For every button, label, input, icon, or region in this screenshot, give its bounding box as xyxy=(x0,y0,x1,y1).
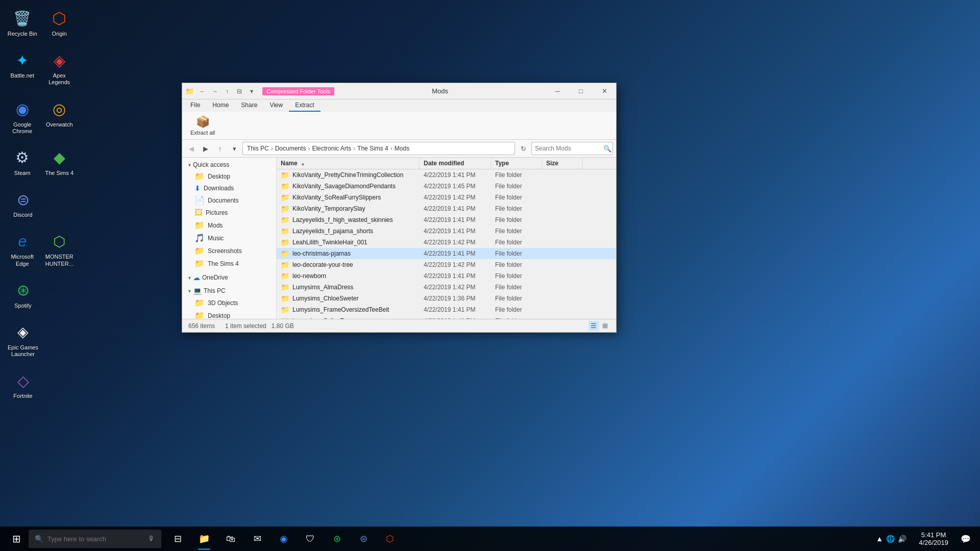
sims4-icon[interactable]: ◆ The Sims 4 xyxy=(42,144,77,180)
sidebar-item-downloads-quick[interactable]: ⬇ Downloads 📌 xyxy=(182,183,276,194)
origin-icon[interactable]: ⬡ Origin xyxy=(42,5,77,40)
qat-forward[interactable]: → xyxy=(209,86,220,97)
table-row[interactable]: 📁 KikoVanity_TemporarySlay 4/22/2019 1:4… xyxy=(277,203,616,214)
epic-games-icon[interactable]: ◈ Epic Games Launcher xyxy=(5,319,41,361)
path-mods[interactable]: Mods xyxy=(395,145,409,152)
taskbar-search-input[interactable] xyxy=(47,535,144,543)
qat-properties[interactable]: ⊟ xyxy=(234,86,245,97)
notification-center[interactable]: 💬 xyxy=(955,527,976,551)
table-row[interactable]: 📁 KikoVanity_SoRealFurrySlippers 4/22/20… xyxy=(277,192,616,203)
nav-back-button[interactable]: ◀ xyxy=(185,142,198,155)
taskbar-search[interactable]: 🔍 🎙 xyxy=(29,530,161,548)
recycle-bin-icon[interactable]: 🗑️ Recycle Bin xyxy=(5,5,40,40)
search-box[interactable]: 🔍 xyxy=(531,142,613,155)
minimize-button[interactable]: ─ xyxy=(546,83,569,99)
sidebar-item-documents-quick[interactable]: 📄 Documents 📌 xyxy=(182,194,276,207)
sidebar-item-screenshots[interactable]: 📁 Screenshots xyxy=(182,244,276,257)
file-name-cell: 📁 KikoVanity_SavageDiamondPendants xyxy=(277,182,420,190)
col-header-name[interactable]: Name ▲ xyxy=(277,158,420,169)
monster-hunter-icon[interactable]: ⬡ MONSTER HUNTER... xyxy=(42,228,77,270)
quick-access-header[interactable]: ▾ Quick access xyxy=(182,160,276,170)
tab-extract[interactable]: Extract xyxy=(289,99,320,112)
mail-taskbar-button[interactable]: ✉ xyxy=(245,527,270,551)
details-view-button[interactable]: ☰ xyxy=(589,321,599,331)
table-row[interactable]: 📁 LeahLilith_TwinkleHair_001 4/22/2019 1… xyxy=(277,237,616,248)
large-icons-view-button[interactable]: ⊞ xyxy=(600,321,610,331)
chrome-icon[interactable]: ◉ Google Chrome xyxy=(5,96,40,138)
apex-img: ◈ xyxy=(49,50,69,70)
file-type-cell: File folder xyxy=(491,216,542,223)
ribbon: File Home Share View Extract 📦 Extract a… xyxy=(182,99,616,140)
apex-icon[interactable]: ◈ Apex Legends xyxy=(42,47,77,89)
file-explorer-taskbar-button[interactable]: 📁 xyxy=(192,527,216,551)
start-button[interactable]: ⊞ xyxy=(4,527,29,551)
table-row[interactable]: 📁 Lazyeyelids_f_pajama_shorts 4/22/2019 … xyxy=(277,226,616,237)
table-row[interactable]: 📁 Lumysims_FrameOversizedTeeBelt 4/22/20… xyxy=(277,304,616,315)
table-row[interactable]: 📁 Lumysims_SeliceTop 4/22/2019 1:41 PM F… xyxy=(277,315,616,319)
sidebar-item-3dobjects[interactable]: 📁 3D Objects xyxy=(182,296,276,309)
edge-icon[interactable]: e Microsoft Edge xyxy=(5,228,40,270)
sidebar-item-music[interactable]: 🎵 Music xyxy=(182,232,276,244)
tab-file[interactable]: File xyxy=(184,99,206,112)
task-view-button[interactable]: ⊟ xyxy=(165,527,190,551)
table-row[interactable]: 📁 leo-christmas-pjamas 4/22/2019 1:41 PM… xyxy=(277,248,616,259)
origin-taskbar-button[interactable]: ⬡ xyxy=(378,527,402,551)
path-the-sims-4[interactable]: The Sims 4 xyxy=(357,145,388,152)
discord-icon[interactable]: ⊜ Discord xyxy=(5,186,41,221)
fortnite-img: ◇ xyxy=(13,370,33,391)
tab-share[interactable]: Share xyxy=(235,99,263,112)
table-row[interactable]: 📁 Lumysims_AlmaDress 4/22/2019 1:42 PM F… xyxy=(277,282,616,293)
sidebar-item-desktop-pc[interactable]: 📁 Desktop xyxy=(182,309,276,319)
table-row[interactable]: 📁 leo-decorate-your-tree 4/22/2019 1:42 … xyxy=(277,259,616,270)
qat-dropdown[interactable]: ▾ xyxy=(246,86,257,97)
battlenet-icon[interactable]: ✦ Battle.net xyxy=(5,47,40,89)
table-row[interactable]: 📁 Lumysims_ChloeSweter 4/22/2019 1:36 PM… xyxy=(277,293,616,304)
qat-up[interactable]: ↑ xyxy=(222,86,233,97)
fortnite-icon[interactable]: ◇ Fortnite xyxy=(5,367,41,403)
file-name-text: KikoVanity_SavageDiamondPendants xyxy=(292,183,396,190)
desktop-folder-icon: 📁 xyxy=(194,171,205,181)
monster-hunter-img: ⬡ xyxy=(49,231,69,252)
sidebar-item-mods[interactable]: 📁 Mods xyxy=(182,219,276,232)
spotify-icon[interactable]: ⊛ Spotify xyxy=(5,277,41,312)
spotify-taskbar-button[interactable]: ⊛ xyxy=(325,527,349,551)
sidebar-item-desktop[interactable]: 📁 Desktop 📌 xyxy=(182,170,276,183)
file-list-area: Name ▲ Date modified Type Size 📁 KikoVan… xyxy=(277,158,616,319)
refresh-button[interactable]: ↻ xyxy=(517,142,529,155)
col-header-size[interactable]: Size xyxy=(542,158,583,169)
recent-locations-button[interactable]: ▾ xyxy=(228,142,240,155)
table-row[interactable]: 📁 Lazyeyelids_f_high_wasted_skinnies 4/2… xyxy=(277,214,616,226)
system-tray[interactable]: ▲ 🌐 🔊 xyxy=(871,535,912,543)
microsoft-store-taskbar-button[interactable]: 🛍 xyxy=(218,527,243,551)
path-this-pc[interactable]: This PC xyxy=(247,145,269,152)
nav-forward-button[interactable]: ▶ xyxy=(200,142,212,155)
chrome-taskbar-button[interactable]: ◉ xyxy=(272,527,296,551)
table-row[interactable]: 📁 KikoVanity_SavageDiamondPendants 4/22/… xyxy=(277,181,616,192)
taskbar-clock[interactable]: 5:41 PM 4/26/2019 xyxy=(913,527,954,551)
discord-taskbar-button[interactable]: ⊜ xyxy=(351,527,376,551)
this-pc-header[interactable]: ▾ 💻 This PC xyxy=(182,285,276,296)
defender-taskbar-button[interactable]: 🛡 xyxy=(298,527,323,551)
sidebar-item-the-sims-4[interactable]: 📁 The Sims 4 xyxy=(182,257,276,270)
path-electronic-arts[interactable]: Electronic Arts xyxy=(312,145,351,152)
col-header-type[interactable]: Type xyxy=(491,158,542,169)
nav-up-button[interactable]: ↑ xyxy=(214,142,226,155)
steam-icon[interactable]: ⚙ Steam xyxy=(5,144,40,180)
tab-home[interactable]: Home xyxy=(206,99,235,112)
search-input[interactable] xyxy=(535,145,601,152)
qat-back[interactable]: ← xyxy=(197,86,208,97)
col-header-date[interactable]: Date modified xyxy=(420,158,491,169)
maximize-button[interactable]: □ xyxy=(569,83,593,99)
tab-view[interactable]: View xyxy=(263,99,289,112)
screenshots-folder-icon: 📁 xyxy=(194,246,205,256)
table-row[interactable]: 📁 KikoVanity_PrettyChineTrimingCollectio… xyxy=(277,169,616,181)
table-row[interactable]: 📁 leo-newborn 4/22/2019 1:41 PM File fol… xyxy=(277,270,616,282)
onedrive-header[interactable]: ▾ ☁ OneDrive xyxy=(182,272,276,283)
close-button[interactable]: ✕ xyxy=(593,83,616,99)
path-documents[interactable]: Documents xyxy=(275,145,306,152)
sidebar-item-pictures-quick[interactable]: 🖼 Pictures 📌 xyxy=(182,207,276,219)
address-path[interactable]: This PC › Documents › Electronic Arts › … xyxy=(242,142,515,155)
extract-all-button[interactable]: 📦 Extract all xyxy=(186,114,219,137)
file-list-scroll[interactable]: 📁 KikoVanity_PrettyChineTrimingCollectio… xyxy=(277,169,616,319)
overwatch-icon[interactable]: ◎ Overwatch xyxy=(42,96,77,138)
